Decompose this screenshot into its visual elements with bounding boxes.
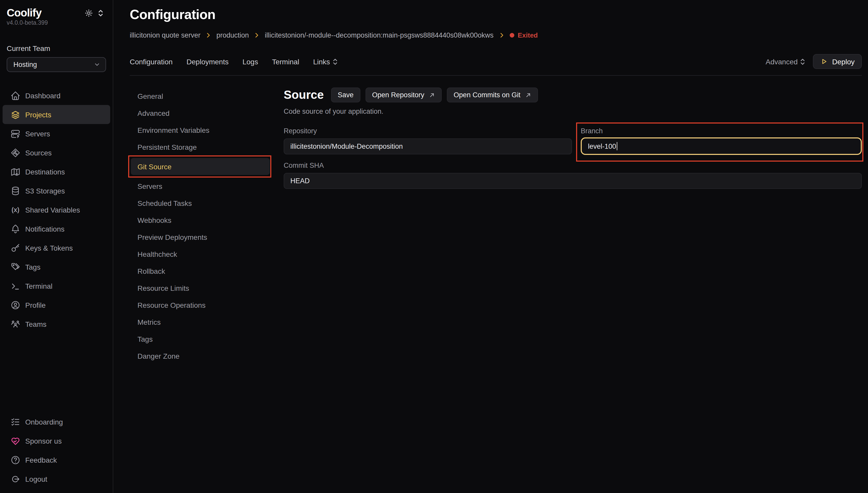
current-team-label: Current Team bbox=[0, 26, 113, 52]
branch-label: Branch bbox=[581, 127, 862, 135]
app-logo: Coolify bbox=[7, 7, 41, 19]
sidebar-item-label: Shared Variables bbox=[25, 206, 80, 214]
sidebar-item-s3-storages[interactable]: S3 Storages bbox=[3, 181, 110, 200]
subnav-item-rollback[interactable]: Rollback bbox=[131, 262, 270, 279]
subnav-item-scheduled-tasks[interactable]: Scheduled Tasks bbox=[131, 194, 270, 212]
tab-deployments[interactable]: Deployments bbox=[187, 57, 229, 66]
commit-sha-input[interactable]: HEAD bbox=[284, 173, 862, 189]
sidebar-bottom-nav: Onboarding Sponsor us Feedback Logout bbox=[0, 412, 113, 493]
logout-icon bbox=[10, 474, 21, 484]
layers-icon bbox=[10, 109, 21, 120]
subnav-item-preview-deployments[interactable]: Preview Deployments bbox=[131, 229, 270, 245]
subnav-item-git-source[interactable]: Git Source bbox=[131, 158, 270, 175]
source-section: Source Save Open Repository Open Commits… bbox=[284, 87, 862, 493]
repository-label: Repository bbox=[284, 127, 572, 135]
heart-icon bbox=[10, 436, 21, 446]
sidebar-item-keys-tokens[interactable]: Keys & Tokens bbox=[3, 238, 110, 257]
home-icon bbox=[10, 90, 21, 101]
chevron-down-icon bbox=[94, 61, 100, 68]
breadcrumb-project[interactable]: illicitonion quote server bbox=[130, 31, 200, 39]
tab-bar: Configuration Deployments Logs Terminal … bbox=[130, 54, 862, 69]
sidebar-item-label: Servers bbox=[25, 129, 50, 138]
subnav-item-tags[interactable]: Tags bbox=[131, 330, 270, 347]
team-select-value: Hosting bbox=[14, 61, 37, 68]
tab-configuration[interactable]: Configuration bbox=[130, 57, 173, 66]
team-select[interactable]: Hosting bbox=[7, 57, 106, 72]
repository-input[interactable]: illicitestonion/Module-Decomposition bbox=[284, 138, 572, 154]
advanced-selector[interactable]: Advanced bbox=[765, 57, 805, 66]
breadcrumb-environment[interactable]: production bbox=[216, 31, 249, 39]
checklist-icon bbox=[10, 416, 21, 427]
sidebar-item-terminal[interactable]: Terminal bbox=[3, 276, 110, 295]
subnav-item-persistent-storage[interactable]: Persistent Storage bbox=[131, 138, 270, 155]
subnav-item-resource-limits[interactable]: Resource Limits bbox=[131, 279, 270, 296]
subnav-item-environment-variables[interactable]: Environment Variables bbox=[131, 122, 270, 138]
sidebar-item-label: Projects bbox=[25, 110, 51, 119]
variables-icon: (x) bbox=[10, 205, 21, 215]
section-description: Code source of your application. bbox=[284, 108, 862, 115]
sidebar-item-label: Profile bbox=[25, 301, 46, 309]
tab-terminal[interactable]: Terminal bbox=[272, 57, 299, 66]
bell-icon bbox=[10, 223, 21, 234]
section-title: Source bbox=[284, 88, 324, 102]
sidebar-item-sources[interactable]: Sources bbox=[3, 143, 110, 162]
commit-sha-label: Commit SHA bbox=[284, 162, 862, 169]
tab-links[interactable]: Links bbox=[313, 57, 338, 66]
selector-chevrons-icon bbox=[333, 58, 338, 65]
save-button[interactable]: Save bbox=[331, 87, 360, 102]
breadcrumb-application[interactable]: illicitestonion/-module--decomposition:m… bbox=[265, 31, 493, 39]
subnav-item-metrics[interactable]: Metrics bbox=[131, 314, 270, 330]
sidebar-item-profile[interactable]: Profile bbox=[3, 295, 110, 315]
external-link-icon bbox=[525, 92, 531, 98]
sidebar-item-dashboard[interactable]: Dashboard bbox=[3, 86, 110, 105]
app-version: v4.0.0-beta.399 bbox=[0, 19, 113, 26]
open-repository-button[interactable]: Open Repository bbox=[365, 87, 442, 102]
coolify-app: Coolify v4.0.0-beta.399 Current Team Hos… bbox=[0, 0, 868, 493]
sidebar-item-logout[interactable]: Logout bbox=[3, 469, 110, 488]
sidebar-item-label: Keys & Tokens bbox=[25, 244, 73, 252]
sidebar-item-servers[interactable]: Servers bbox=[3, 124, 110, 143]
open-commits-button[interactable]: Open Commits on Git bbox=[447, 87, 538, 102]
users-icon bbox=[10, 319, 21, 329]
text-cursor bbox=[617, 142, 617, 150]
repository-field-group: Repository illicitestonion/Module-Decomp… bbox=[284, 127, 572, 155]
sidebar-item-notifications[interactable]: Notifications bbox=[3, 219, 110, 238]
sidebar-item-projects[interactable]: Projects bbox=[3, 105, 110, 124]
config-subnav: General Advanced Environment Variables P… bbox=[130, 87, 270, 493]
sidebar-item-teams[interactable]: Teams bbox=[3, 315, 110, 334]
theme-sun-icon[interactable] bbox=[84, 9, 93, 18]
sidebar-item-destinations[interactable]: Destinations bbox=[3, 162, 110, 181]
subnav-item-servers[interactable]: Servers bbox=[131, 177, 270, 194]
help-icon bbox=[10, 455, 21, 465]
sidebar-item-shared-variables[interactable]: (x) Shared Variables bbox=[3, 200, 110, 219]
sidebar-item-label: Dashboard bbox=[25, 91, 61, 100]
sidebar-item-label: Destinations bbox=[25, 168, 65, 176]
subnav-item-advanced[interactable]: Advanced bbox=[131, 105, 270, 122]
sidebar-item-feedback[interactable]: Feedback bbox=[3, 450, 110, 469]
tag-icon bbox=[10, 262, 21, 272]
sidebar: Coolify v4.0.0-beta.399 Current Team Hos… bbox=[0, 0, 113, 493]
selector-chevrons-icon bbox=[800, 58, 805, 65]
sidebar-item-label: Sources bbox=[25, 148, 52, 157]
branch-input[interactable]: level-100 bbox=[581, 137, 862, 155]
sidebar-item-onboarding[interactable]: Onboarding bbox=[3, 412, 110, 431]
sidebar-item-tags[interactable]: Tags bbox=[3, 257, 110, 276]
sidebar-item-sponsor[interactable]: Sponsor us bbox=[3, 431, 110, 450]
terminal-icon bbox=[10, 281, 21, 291]
subnav-item-healthcheck[interactable]: Healthcheck bbox=[131, 245, 270, 262]
subnav-item-general[interactable]: General bbox=[131, 87, 270, 105]
deploy-button[interactable]: Deploy bbox=[813, 54, 862, 69]
user-icon bbox=[10, 300, 21, 310]
subnav-item-resource-operations[interactable]: Resource Operations bbox=[131, 296, 270, 314]
divider bbox=[130, 75, 862, 76]
theme-selector-chevrons-icon[interactable] bbox=[98, 9, 104, 17]
logo-row: Coolify bbox=[0, 7, 113, 19]
subnav-item-danger-zone[interactable]: Danger Zone bbox=[131, 347, 270, 364]
page-title: Configuration bbox=[130, 7, 862, 23]
sidebar-item-label: Terminal bbox=[25, 282, 52, 290]
git-source-icon bbox=[10, 147, 21, 158]
key-icon bbox=[10, 243, 21, 253]
subnav-item-webhooks[interactable]: Webhooks bbox=[131, 212, 270, 229]
chevron-right-icon bbox=[498, 32, 505, 39]
tab-logs[interactable]: Logs bbox=[242, 57, 258, 66]
